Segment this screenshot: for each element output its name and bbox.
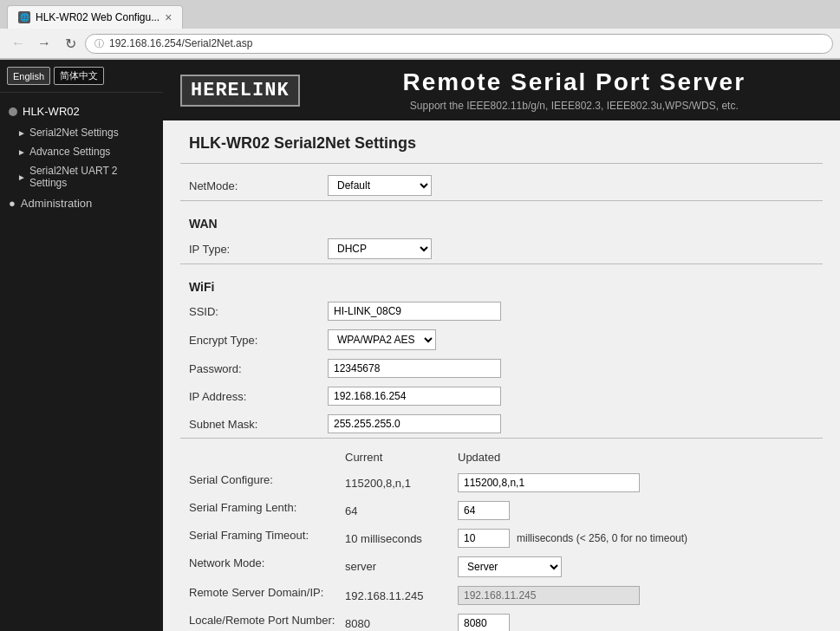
port-number-input[interactable]: 8080: [458, 614, 510, 631]
browser-chrome: 🌐 HLK-WR02 Web Configu... × ← → ↻ ⓘ 192.…: [0, 0, 840, 60]
ip-address-label: IP Address:: [189, 390, 328, 403]
port-number-label: Locale/Remote Port Number:: [189, 614, 345, 627]
subnet-mask-input[interactable]: 255.255.255.0: [328, 414, 501, 433]
ip-type-label: IP Type:: [189, 243, 328, 256]
ssid-control: HI-LINK_08C9: [328, 302, 814, 321]
timeout-input-wrapper: 10 milliseconds (< 256, 0 for no timeout…: [458, 529, 814, 548]
ip-type-control: DHCP Static: [328, 238, 814, 259]
active-tab[interactable]: 🌐 HLK-WR02 Web Configu... ×: [7, 5, 183, 29]
header-title-area: Remote Serial Port Server Support the IE…: [326, 68, 823, 112]
page: English 简体中文 HLK-WR02 ► Serial2Net Setti…: [0, 60, 840, 631]
sidebar-item-advance[interactable]: ► Advance Settings: [0, 142, 163, 161]
network-mode-row: Network Mode: server Server Client: [180, 552, 823, 582]
netmode-select[interactable]: Default AP STA AP+STA: [328, 175, 432, 196]
sidebar-item-uart2[interactable]: ► Serial2Net UART 2 Settings: [0, 161, 163, 192]
wan-heading: WAN: [180, 208, 823, 234]
lang-english-button[interactable]: English: [7, 67, 50, 85]
serial-framing-timeout-input[interactable]: 10: [458, 529, 510, 548]
password-control: 12345678: [328, 359, 814, 378]
serial-framing-timeout-label: Serial Framing Timeout:: [189, 529, 345, 542]
port-number-current: 8080: [345, 614, 458, 630]
remote-server-updated-control: 192.168.11.245: [458, 586, 814, 605]
serial-column-headers: Current Updated: [180, 446, 823, 469]
port-number-updated-control: 8080: [458, 614, 814, 631]
logo: HERELINK: [180, 75, 300, 107]
network-mode-current: server: [345, 556, 458, 573]
encrypt-row: Encrypt Type: WPA/WPA2 AES WEP None: [180, 325, 823, 355]
tab-bar: 🌐 HLK-WR02 Web Configu... ×: [0, 0, 840, 29]
divider-top: [180, 163, 823, 164]
ssid-input[interactable]: HI-LINK_08C9: [328, 302, 501, 321]
network-mode-select[interactable]: Server Client: [458, 556, 562, 577]
col-empty: [189, 451, 345, 464]
netmode-label: NetMode:: [189, 179, 328, 192]
ip-address-input[interactable]: 192.168.16.254: [328, 387, 501, 406]
logo-text: HERELINK: [191, 80, 290, 101]
serial-configure-label: Serial Configure:: [189, 473, 345, 486]
ip-type-select[interactable]: DHCP Static: [328, 238, 432, 259]
serial-framing-length-row: Serial Framing Lenth: 64 64: [180, 497, 823, 524]
col-current-label: Current: [345, 451, 458, 464]
serial-configure-input[interactable]: 115200,8,n,1: [458, 473, 640, 492]
wifi-heading: WiFi: [180, 271, 823, 297]
port-number-row: Locale/Remote Port Number: 8080 8080: [180, 609, 823, 631]
tab-favicon: 🌐: [18, 11, 30, 23]
header-banner: HERELINK Remote Serial Port Server Suppo…: [163, 60, 840, 120]
tab-label: HLK-WR02 Web Configu...: [36, 11, 160, 23]
form-title: HLK-WR02 Serial2Net Settings: [180, 120, 823, 163]
sidebar-item-serial2net[interactable]: ► Serial2Net Settings: [0, 123, 163, 142]
password-row: Password: 12345678: [180, 355, 823, 382]
lang-bar: English 简体中文: [0, 60, 163, 93]
serial-framing-length-label: Serial Framing Lenth:: [189, 501, 345, 514]
header-title: Remote Serial Port Server: [326, 68, 823, 96]
netmode-control: Default AP STA AP+STA: [328, 175, 814, 196]
serial-framing-timeout-row: Serial Framing Timeout: 10 milliseconds …: [180, 524, 823, 552]
remote-server-label: Remote Server Domain/IP:: [189, 586, 345, 599]
encrypt-control: WPA/WPA2 AES WEP None: [328, 329, 814, 350]
admin-icon: ●: [9, 197, 16, 210]
password-input[interactable]: 12345678: [328, 359, 501, 378]
network-mode-label: Network Mode:: [189, 556, 345, 569]
serial-framing-length-updated-control: 64: [458, 501, 814, 520]
subnet-mask-control: 255.255.255.0: [328, 414, 814, 433]
device-status-dot: [9, 107, 17, 116]
sidebar-device-label: HLK-WR02: [0, 100, 163, 123]
lang-chinese-button[interactable]: 简体中文: [54, 67, 104, 85]
encrypt-label: Encrypt Type:: [189, 334, 328, 347]
remote-server-row: Remote Server Domain/IP: 192.168.11.245 …: [180, 582, 823, 609]
serial-framing-timeout-hint: milliseconds (< 256, 0 for no timeout): [517, 532, 687, 544]
divider-serial: [180, 438, 823, 439]
col-updated-label: Updated: [458, 451, 500, 464]
sidebar-nav: HLK-WR02 ► Serial2Net Settings ► Advance…: [0, 93, 163, 221]
divider-wifi: [180, 263, 823, 264]
divider-wan: [180, 200, 823, 201]
remote-server-current: 192.168.11.245: [345, 586, 458, 602]
tab-close-button[interactable]: ×: [165, 10, 172, 24]
subnet-mask-label: Subnet Mask:: [189, 418, 328, 431]
serial-framing-timeout-updated-control: 10 milliseconds (< 256, 0 for no timeout…: [458, 529, 814, 548]
subnet-mask-row: Subnet Mask: 255.255.255.0: [180, 410, 823, 438]
serial-framing-timeout-current: 10 milliseconds: [345, 529, 458, 545]
serial-configure-row: Serial Configure: 115200,8,n,1 115200,8,…: [180, 469, 823, 497]
arrow-icon-1: ►: [17, 128, 26, 138]
netmode-row: NetMode: Default AP STA AP+STA: [180, 171, 823, 200]
arrow-icon-3: ►: [17, 172, 26, 182]
nav-bar: ← → ↻ ⓘ 192.168.16.254/Serial2Net.asp: [0, 29, 840, 59]
lock-icon: ⓘ: [94, 37, 104, 50]
back-button[interactable]: ←: [7, 32, 29, 55]
forward-button[interactable]: →: [33, 32, 55, 55]
arrow-icon-2: ►: [17, 147, 26, 157]
form-area: HLK-WR02 Serial2Net Settings NetMode: De…: [163, 120, 840, 631]
sidebar-item-administration[interactable]: ● Administration: [0, 192, 163, 214]
network-mode-updated-control: Server Client: [458, 556, 814, 577]
ssid-row: SSID: HI-LINK_08C9: [180, 297, 823, 325]
encrypt-select[interactable]: WPA/WPA2 AES WEP None: [328, 329, 436, 350]
ssid-label: SSID:: [189, 305, 328, 318]
serial-framing-length-input[interactable]: 64: [458, 501, 510, 520]
remote-server-input[interactable]: 192.168.11.245: [458, 586, 640, 605]
address-bar[interactable]: ⓘ 192.168.16.254/Serial2Net.asp: [85, 34, 833, 54]
address-text: 192.168.16.254/Serial2Net.asp: [109, 37, 252, 49]
reload-button[interactable]: ↻: [59, 32, 81, 55]
password-label: Password:: [189, 362, 328, 375]
ip-type-row: IP Type: DHCP Static: [180, 234, 823, 263]
